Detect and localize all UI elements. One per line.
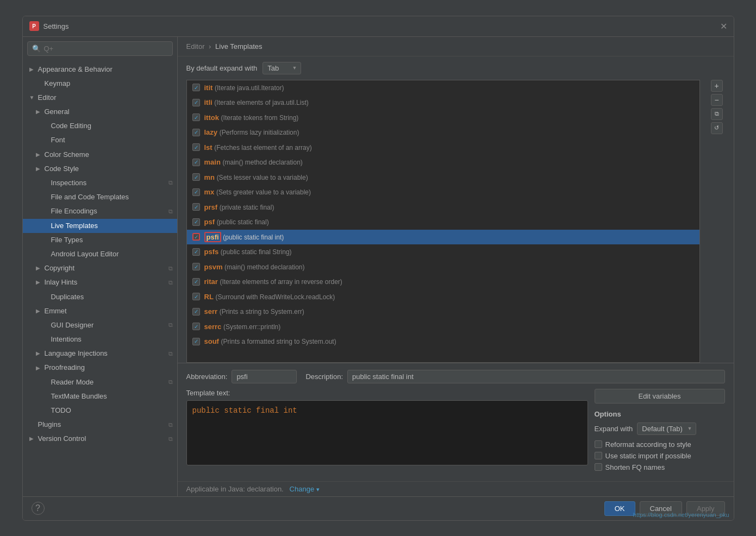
checkbox-itli[interactable]: ✓ — [192, 99, 200, 106]
template-abbr: prsf (private static final) — [204, 202, 274, 213]
template-item-serrc[interactable]: ✓ serrc (System.err::println) — [187, 319, 699, 335]
sidebar-item-todo[interactable]: TODO — [23, 403, 177, 418]
template-item-souf[interactable]: ✓ souf (Prints a formatted string to Sys… — [187, 334, 699, 349]
template-item-ritar[interactable]: ✓ ritar (Iterate elements of array in re… — [187, 274, 699, 289]
description-input[interactable] — [347, 370, 724, 383]
sidebar-item-keymap[interactable]: Keymap — [23, 77, 177, 91]
template-item-lazy[interactable]: ✓ lazy (Performs lazy initialization) — [187, 125, 699, 140]
expand-with-wrapper[interactable]: Tab Space Enter — [263, 62, 301, 74]
reformat-row: Reformat according to style — [595, 440, 725, 449]
sidebar-item-version-control[interactable]: ▶ Version Control ⧉ — [23, 432, 177, 446]
ok-button[interactable]: OK — [604, 501, 635, 516]
template-item-prsf[interactable]: ✓ prsf (private static final) — [187, 200, 699, 215]
search-input[interactable] — [44, 45, 168, 53]
sidebar-item-font[interactable]: Font — [23, 133, 177, 147]
sidebar-item-intentions[interactable]: Intentions — [23, 332, 177, 346]
sidebar-item-emmet[interactable]: ▶ Emmet — [23, 304, 177, 318]
template-text-area: Template text: public static final int — [186, 389, 588, 465]
checkbox-serrc[interactable]: ✓ — [192, 323, 200, 330]
static-import-label[interactable]: Use static import if possible — [605, 452, 691, 460]
checkbox-prsf[interactable]: ✓ — [192, 203, 200, 211]
sidebar-item-duplicates[interactable]: Duplicates — [23, 290, 177, 304]
arrow-icon: ▶ — [36, 108, 42, 116]
template-item-main[interactable]: ✓ main (main() method declaration) — [187, 155, 699, 170]
checkbox-mn[interactable]: ✓ — [192, 173, 200, 181]
sidebar-item-code-style[interactable]: ▶ Code Style — [23, 162, 177, 176]
checkbox-rl[interactable]: ✓ — [192, 293, 200, 300]
sidebar-item-file-types[interactable]: File Types — [23, 233, 177, 247]
reformat-label[interactable]: Reformat according to style — [605, 440, 691, 449]
close-button[interactable]: ✕ — [720, 21, 727, 31]
checkbox-serr[interactable]: ✓ — [192, 308, 200, 316]
templates-list[interactable]: ✓ itit (Iterate java.util.Iterator) ✓ it… — [186, 80, 700, 363]
template-item-psf[interactable]: ✓ psf (public static final) — [187, 215, 699, 230]
description-label: Description: — [305, 373, 343, 381]
copy-icon: ⧉ — [168, 350, 173, 358]
change-link[interactable]: Change — [290, 485, 315, 493]
sidebar-item-editor[interactable]: ▼ Editor — [23, 91, 177, 105]
checkbox-souf[interactable]: ✓ — [192, 338, 200, 345]
template-item-lst[interactable]: ✓ lst (Fetches last element of an array) — [187, 140, 699, 155]
shorten-fq-label[interactable]: Shorten FQ names — [605, 463, 665, 471]
expand-with-select[interactable]: Tab Space Enter — [263, 62, 301, 74]
checkbox-main[interactable]: ✓ — [192, 159, 200, 166]
checkbox-ittok[interactable]: ✓ — [192, 113, 200, 121]
expand-with-options-select[interactable]: Default (Tab) Tab Space Enter — [637, 423, 696, 435]
sidebar-item-appearance[interactable]: ▶ Appearance & Behavior — [23, 62, 177, 77]
shorten-fq-checkbox[interactable] — [595, 463, 602, 471]
remove-button[interactable]: − — [711, 94, 723, 106]
abbreviation-input[interactable] — [232, 370, 297, 383]
sidebar-item-proofreading[interactable]: ▶ Proofreading — [23, 361, 177, 375]
settings-window: P Settings ✕ 🔍 ▶ Appearance & Behavior K… — [22, 16, 734, 521]
checkbox-itit[interactable]: ✓ — [192, 84, 200, 91]
sidebar-item-file-code-templates[interactable]: File and Code Templates — [23, 190, 177, 204]
restore-button[interactable]: ↺ — [711, 122, 723, 134]
checkbox-lazy[interactable]: ✓ — [192, 129, 200, 136]
sidebar-item-textmate-bundles[interactable]: TextMate Bundles — [23, 389, 177, 403]
checkbox-psf[interactable]: ✓ — [192, 218, 200, 226]
template-item-psvm[interactable]: ✓ psvm (main() method declaration) — [187, 260, 699, 275]
sidebar-item-file-encodings[interactable]: File Encodings ⧉ — [23, 204, 177, 218]
template-item-itli[interactable]: ✓ itli (Iterate elements of java.util.Li… — [187, 95, 699, 110]
sidebar-item-code-editing[interactable]: Code Editing — [23, 119, 177, 133]
edit-variables-button[interactable]: Edit variables — [595, 389, 725, 403]
copy-icon: ⧉ — [168, 435, 173, 443]
checkbox-psfi[interactable]: ✓ — [192, 233, 200, 241]
sidebar-item-general[interactable]: ▶ General — [23, 105, 177, 119]
sidebar-item-plugins[interactable]: Plugins ⧉ — [23, 418, 177, 432]
sidebar-item-gui-designer[interactable]: GUI Designer ⧉ — [23, 318, 177, 332]
sidebar-item-label: Plugins — [38, 420, 61, 430]
template-item-rl[interactable]: ✓ RL (Surround with ReadWriteLock.readLo… — [187, 289, 699, 305]
add-button[interactable]: + — [711, 80, 723, 92]
template-item-psfi[interactable]: ✓ psfi (public static final int) — [187, 230, 699, 245]
template-item-itit[interactable]: ✓ itit (Iterate java.util.Iterator) — [187, 80, 699, 96]
template-item-mn[interactable]: ✓ mn (Sets lesser value to a variable) — [187, 170, 699, 185]
help-button[interactable]: ? — [32, 502, 45, 515]
sidebar-item-language-injections[interactable]: ▶ Language Injections ⧉ — [23, 346, 177, 361]
search-box[interactable]: 🔍 — [27, 41, 173, 56]
sidebar-item-reader-mode[interactable]: Reader Mode ⧉ — [23, 375, 177, 389]
copy-icon: ⧉ — [168, 179, 173, 187]
template-item-mx[interactable]: ✓ mx (Sets greater value to a variable) — [187, 185, 699, 200]
static-import-checkbox[interactable] — [595, 452, 602, 459]
template-text-editor[interactable]: public static final int — [186, 400, 588, 465]
sidebar-item-inspections[interactable]: Inspections ⧉ — [23, 176, 177, 190]
sidebar-item-label: File and Code Templates — [51, 192, 129, 202]
sidebar-item-live-templates[interactable]: Live Templates — [23, 219, 177, 233]
expand-with-select-wrapper[interactable]: Default (Tab) Tab Space Enter — [637, 423, 696, 435]
template-item-serr[interactable]: ✓ serr (Prints a string to System.err) — [187, 304, 699, 319]
checkbox-psvm[interactable]: ✓ — [192, 263, 200, 270]
checkbox-psfs[interactable]: ✓ — [192, 248, 200, 256]
sidebar-item-inlay-hints[interactable]: ▶ Inlay Hints ⧉ — [23, 275, 177, 289]
checkbox-lst[interactable]: ✓ — [192, 143, 200, 151]
sidebar-item-copyright[interactable]: ▶ Copyright ⧉ — [23, 261, 177, 275]
template-item-psfs[interactable]: ✓ psfs (public static final String) — [187, 244, 699, 260]
sidebar-item-color-scheme[interactable]: ▶ Color Scheme — [23, 148, 177, 162]
checkbox-ritar[interactable]: ✓ — [192, 278, 200, 286]
arrow-icon: ▶ — [36, 165, 42, 173]
template-item-ittok[interactable]: ✓ ittok (Iterate tokens from String) — [187, 110, 699, 125]
checkbox-mx[interactable]: ✓ — [192, 188, 200, 196]
reformat-checkbox[interactable] — [595, 440, 602, 448]
duplicate-button[interactable]: ⧉ — [711, 108, 723, 120]
sidebar-item-android-layout-editor[interactable]: Android Layout Editor — [23, 247, 177, 261]
